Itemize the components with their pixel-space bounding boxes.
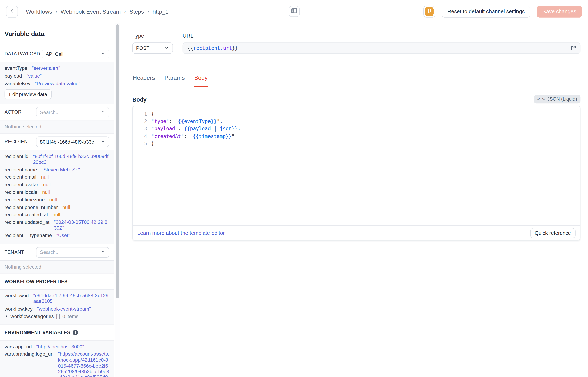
sidebar-title: Variable data [0,23,114,46]
kv-row: recipient.id"80f1f4bf-166d-48f9-b33c-390… [5,153,110,166]
chevron-down-icon [101,51,105,57]
info-icon[interactable]: i [73,330,78,335]
tab-params[interactable]: Params [164,74,185,87]
chevron-down-icon [164,45,169,51]
code-token: , [237,126,241,131]
kv-key: recipient.phone_number [5,204,58,210]
kv-row: eventType"server:alert" [5,65,110,72]
kv-value: null [43,182,51,188]
code-token: "createdAt" [151,133,184,139]
kv-value: null [62,204,70,210]
code-icon: < > [537,97,545,102]
kv-row: workflow.id"e91ddae4-7f99-45cb-a688-3c12… [5,292,110,305]
kv-key: recipient.email [5,174,36,180]
kv-value: null [49,197,57,203]
data-payload-select[interactable]: API Call [42,49,109,59]
app-root: Workflows›Webhook Event Stream›Steps›htt… [0,0,588,377]
tenant-row: TENANT Search... [0,244,114,260]
tab-body[interactable]: Body [194,74,208,87]
line-number: 1 [133,110,147,118]
kv-row: workflow.key"webhook-event-stream" [5,305,110,313]
recipient-select[interactable]: 80f1f4bf-166d-48f9-b33c [36,137,109,147]
code-token: | [214,126,217,131]
request-tabs: HeadersParamsBody [132,74,581,87]
kv-row: recipient.__typename"User" [5,232,110,239]
kv-value: "server:alert" [32,65,60,71]
recipient-label: RECIPIENT [5,139,31,144]
recipient-values: recipient.id"80f1f4bf-166d-48f9-b33c-390… [0,150,114,244]
line-number: 3 [133,125,147,132]
code-text: "type": "{{eventType}}", [151,118,223,125]
sidebar-scrollbar-thumb[interactable] [116,24,119,298]
panel-toggle-button[interactable] [288,6,300,17]
code-line: 1{ [133,110,580,118]
body-editor-card: 1{2"type": "{{eventType}}",3"payload": {… [132,106,581,241]
breadcrumb-item[interactable]: http_1 [153,8,168,15]
data-payload-label: DATA PAYLOAD [5,51,40,57]
edit-preview-data-button[interactable]: Edit preview data [5,89,52,99]
kv-key: variableKey [5,81,30,86]
kv-row: recipient.emailnull [5,173,110,181]
url-input[interactable]: {{recipient.url}} [183,43,581,54]
url-token: recipient. [193,45,223,51]
line-number: 4 [133,132,147,140]
kv-row: recipient.created_atnull [5,211,110,219]
reset-channel-settings-button[interactable]: Reset to default channel settings [442,5,530,17]
tenant-label: TENANT [5,249,24,255]
back-button[interactable] [6,5,18,17]
workflow-categories-expander[interactable]: workflow.categories [ ] 0 items [5,313,110,320]
kv-key: workflow.id [5,293,29,304]
chevron-down-icon [101,249,105,255]
kv-key: recipient.name [5,167,37,173]
breadcrumb-item[interactable]: Steps [129,8,144,15]
kv-value: null [41,174,48,180]
save-changes-button[interactable]: Save changes [537,5,582,17]
kv-value: "2024-03-05T00:42:29.839Z" [54,219,110,231]
kv-row: recipient.name"Steven Metz Sr." [5,166,110,173]
tab-headers[interactable]: Headers [132,74,155,87]
kv-value: "80f1f4bf-166d-48f9-b33c-39009df20bc3" [33,153,110,165]
actor-label: ACTOR [5,110,22,115]
step-editor-main: Type POST URL {{recipient.url}} HeadersP… [120,23,588,377]
actor-select[interactable]: Search... [36,107,109,118]
environment-variables-values: vars.app_url"http://localhost:3000"vars.… [0,340,114,377]
code-token: " [232,133,235,139]
breadcrumb-item[interactable]: Workflows [26,8,52,15]
code-token: "payload" [151,126,178,131]
line-number: 2 [133,118,147,125]
data-payload-row: DATA PAYLOAD API Call [0,46,114,62]
kv-row: vars.branding.logo_url"https://account-a… [5,350,110,377]
breadcrumb-item[interactable]: Webhook Event Stream [61,8,121,15]
chevron-down-icon [101,139,105,145]
body-code-editor[interactable]: 1{2"type": "{{eventType}}",3"payload": {… [133,106,580,225]
external-link-icon[interactable] [570,45,576,52]
workflow-properties-header: WORKFLOW PROPERTIES [0,273,114,289]
request-config-row: Type POST URL {{recipient.url}} [132,33,581,54]
breadcrumb-separator: › [55,9,57,14]
kv-key: recipient.timezone [5,197,45,203]
tenant-select[interactable]: Search... [36,247,109,258]
code-line: 2"type": "{{eventType}}", [133,118,580,125]
kv-row: recipient.phone_numbernull [5,203,110,211]
kv-key: recipient.avatar [5,182,38,188]
breadcrumb-separator: › [124,9,126,14]
template-editor-help-link[interactable]: Learn more about the template editor [137,230,225,236]
actor-empty-state: Nothing selected [0,120,114,133]
kv-value: null [42,189,50,195]
code-text: } [151,140,154,147]
kv-key: recipient.id [5,153,29,165]
editor-language-badge: < > JSON (Liquid) [534,95,580,104]
kv-value: "e91ddae4-7f99-45cb-a688-3c129aae3105" [33,293,109,304]
url-token: {{ [187,45,193,51]
commit-changes-button[interactable] [423,5,435,17]
code-token: {{eventType}} [178,118,217,124]
type-label: Type [132,33,173,39]
actor-row: ACTOR Search... [0,104,114,120]
quick-reference-button[interactable]: Quick reference [530,228,576,238]
kv-value: "http://localhost:3000" [36,344,84,350]
method-select[interactable]: POST [132,43,173,54]
kv-key: recipient.locale [5,189,38,195]
git-branch-icon [425,7,434,16]
kv-row: recipient.timezonenull [5,196,110,203]
url-value: {{recipient.url}} [187,45,238,51]
